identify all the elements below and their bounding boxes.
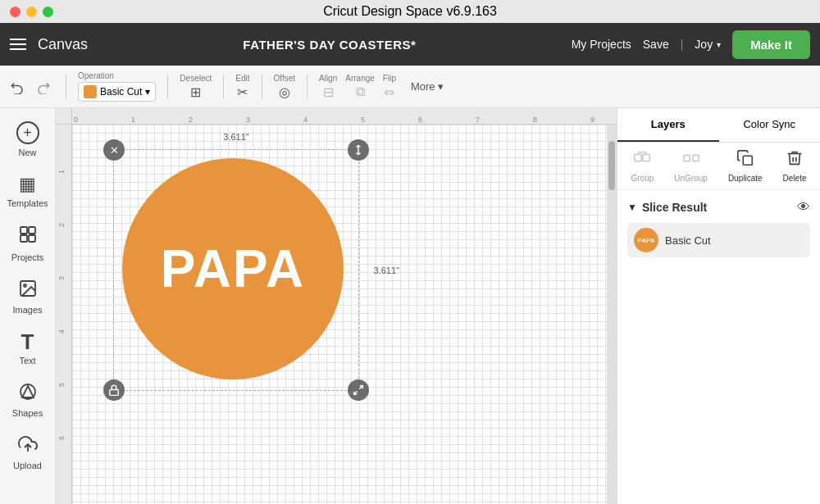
- layers-section: ▼ Slice Result 👁 PAPA Basic Cut: [617, 190, 820, 267]
- divider-3: [223, 75, 224, 99]
- close-button[interactable]: [10, 7, 20, 17]
- layer-item[interactable]: PAPA Basic Cut: [627, 223, 810, 257]
- tab-color-sync[interactable]: Color Sync: [719, 108, 821, 142]
- sidebar-item-shapes[interactable]: Shapes: [3, 375, 52, 425]
- duplicate-label: Duplicate: [728, 174, 763, 183]
- handle-bottom-right[interactable]: [348, 379, 369, 401]
- undo-button[interactable]: [7, 76, 28, 98]
- svg-rect-2: [20, 235, 27, 242]
- design-circle: PAPA: [122, 158, 344, 379]
- slice-chevron-icon: ▼: [627, 202, 637, 213]
- canvas-area[interactable]: 0 1 2 3 4 5 6 7 8 9 1 2 3 4 5 6 3.6: [56, 108, 617, 504]
- svg-rect-0: [20, 227, 27, 234]
- divider-5: [307, 75, 308, 99]
- svg-rect-13: [643, 154, 649, 161]
- sidebar-item-images-label: Images: [12, 305, 42, 315]
- canvas-grid: 3.611" 3.611" PAPA ✕: [72, 125, 617, 504]
- design-container[interactable]: 3.611" 3.611" PAPA ✕: [113, 149, 359, 391]
- maximize-button[interactable]: [43, 7, 53, 17]
- dimension-height: 3.611": [374, 266, 399, 275]
- ruler-horizontal: 0 1 2 3 4 5 6 7 8 9: [72, 108, 617, 125]
- operation-select[interactable]: Basic Cut ▾: [78, 82, 156, 102]
- sidebar-item-shapes-label: Shapes: [12, 408, 43, 418]
- text-icon: T: [21, 331, 34, 352]
- offset-icon[interactable]: ◎: [279, 84, 290, 100]
- color-swatch: [84, 85, 97, 98]
- eye-icon[interactable]: 👁: [797, 200, 810, 215]
- slice-header[interactable]: ▼ Slice Result 👁: [627, 200, 810, 215]
- ungroup-action[interactable]: UnGroup: [674, 149, 708, 183]
- ruler-vertical: 1 2 3 4 5 6: [56, 125, 72, 504]
- group-icon: [633, 149, 651, 171]
- my-projects-link[interactable]: My Projects: [572, 38, 631, 51]
- svg-marker-7: [22, 386, 34, 397]
- align-group: Align ⊟: [319, 74, 337, 100]
- duplicate-icon: [736, 149, 754, 171]
- ruler-v-5: 5: [57, 383, 66, 387]
- save-link[interactable]: Save: [643, 38, 669, 51]
- ruler-h-8: 8: [533, 116, 537, 124]
- layer-avatar: PAPA: [634, 228, 658, 252]
- more-button[interactable]: More ▾: [404, 77, 450, 96]
- design-box: 3.611" 3.611" PAPA ✕: [113, 149, 359, 391]
- arrange-icon[interactable]: ⧉: [356, 84, 365, 99]
- layer-avatar-text: PAPA: [637, 237, 654, 244]
- make-it-button[interactable]: Make It: [732, 30, 810, 59]
- new-icon: +: [16, 121, 39, 144]
- ruler-v-4: 4: [57, 329, 66, 334]
- sidebar-item-new[interactable]: + New: [3, 115, 52, 164]
- ruler-h-0: 0: [74, 116, 78, 124]
- ruler-h-1: 1: [131, 116, 135, 124]
- divider-1: [66, 75, 66, 99]
- flip-label: Flip: [383, 74, 396, 83]
- sidebar-item-projects[interactable]: Projects: [3, 218, 52, 269]
- svg-rect-17: [683, 155, 689, 161]
- navbar-left: Canvas: [10, 36, 88, 53]
- flip-icon[interactable]: ⇔: [384, 84, 394, 100]
- user-menu[interactable]: Joy ▾: [695, 38, 721, 51]
- sidebar-item-templates-label: Templates: [7, 198, 48, 208]
- sidebar-item-images[interactable]: Images: [3, 272, 52, 321]
- align-icon[interactable]: ⊟: [323, 84, 334, 100]
- duplicate-action[interactable]: Duplicate: [728, 149, 763, 183]
- scrollbar-thumb[interactable]: [608, 141, 615, 190]
- window-title: Cricut Design Space v6.9.163: [323, 4, 497, 19]
- dimension-width: 3.611": [223, 132, 248, 142]
- main-area: + New ▦ Templates Projects Images T Text: [0, 108, 820, 504]
- vertical-scrollbar[interactable]: [607, 125, 617, 504]
- sidebar-item-text[interactable]: T Text: [3, 325, 52, 372]
- toolbar: Operation Basic Cut ▾ Deselect ⊞ Edit ✂ …: [0, 66, 820, 108]
- deselect-icon[interactable]: ⊞: [190, 84, 201, 100]
- ruler-v-6: 6: [57, 436, 66, 440]
- layer-name: Basic Cut: [665, 234, 711, 247]
- ruler-h-9: 9: [590, 116, 594, 124]
- papa-text: PAPA: [161, 238, 305, 299]
- group-action[interactable]: Group: [631, 149, 654, 183]
- sidebar-item-upload[interactable]: Upload: [3, 428, 52, 477]
- sidebar-item-new-label: New: [18, 148, 36, 157]
- operation-chevron: ▾: [145, 86, 150, 98]
- handle-bottom-left[interactable]: [103, 379, 125, 401]
- ruler-v-1: 1: [57, 170, 66, 174]
- chevron-down-icon: ▾: [717, 40, 721, 49]
- sidebar-item-templates[interactable]: ▦ Templates: [3, 167, 52, 215]
- more-chevron-icon: ▾: [438, 80, 444, 93]
- minimize-button[interactable]: [26, 7, 37, 17]
- svg-rect-3: [29, 235, 35, 242]
- delete-action[interactable]: Delete: [783, 149, 807, 183]
- handle-top-right[interactable]: [348, 139, 369, 161]
- redo-button[interactable]: [33, 76, 54, 98]
- undo-redo-group: [7, 76, 54, 98]
- tab-layers[interactable]: Layers: [617, 108, 719, 142]
- svg-rect-9: [110, 389, 119, 395]
- handle-top-left[interactable]: ✕: [103, 139, 125, 161]
- more-label: More: [411, 80, 435, 93]
- operation-label: Operation: [78, 71, 156, 80]
- delete-icon: [786, 149, 804, 171]
- flip-group: Flip ⇔: [383, 74, 396, 100]
- titlebar: Cricut Design Space v6.9.163: [0, 0, 820, 23]
- nav-divider: |: [681, 38, 684, 51]
- arrange-label: Arrange: [345, 74, 375, 83]
- edit-icon[interactable]: ✂: [237, 84, 248, 100]
- hamburger-menu[interactable]: [10, 39, 26, 50]
